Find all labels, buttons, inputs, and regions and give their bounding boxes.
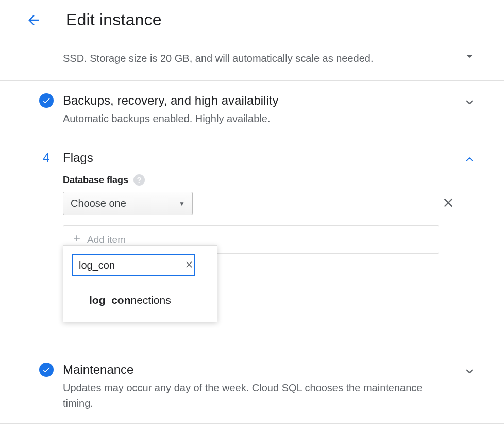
flag-dropdown-panel: log_connections (63, 245, 217, 322)
storage-desc: SSD. Storage size is 20 GB, and will aut… (63, 51, 424, 66)
check-icon (39, 93, 54, 108)
chevron-up-icon[interactable] (463, 153, 476, 168)
flag-search-input[interactable] (72, 254, 195, 276)
section-storage: SSD. Storage size is 20 GB, and will aut… (0, 45, 504, 81)
chevron-down-icon[interactable] (463, 365, 476, 380)
maintenance-desc: Updates may occur any day of the week. C… (63, 380, 424, 411)
chevron-down-icon[interactable] (463, 50, 476, 65)
check-icon (39, 363, 54, 377)
database-flags-label: Database flags ? (63, 174, 483, 186)
flag-option-log-connections[interactable]: log_connections (72, 291, 209, 314)
page-title: Edit instance (66, 10, 162, 29)
page-header: Edit instance (0, 0, 504, 45)
help-icon[interactable]: ? (133, 174, 145, 186)
step-number: 4 (39, 151, 54, 165)
flag-dropdown[interactable]: Choose one ▼ (63, 192, 193, 215)
remove-flag-button[interactable] (441, 195, 456, 212)
flags-title: Flags (63, 151, 483, 165)
chevron-down-icon[interactable] (463, 95, 476, 111)
clear-search-icon[interactable] (184, 259, 194, 272)
section-backups[interactable]: Backups, recovery, and high availability… (0, 81, 504, 138)
backups-title: Backups, recovery, and high availability (63, 93, 483, 108)
back-arrow-icon[interactable] (26, 12, 41, 28)
plus-icon (72, 233, 82, 246)
backups-desc: Automatic backups enabled. Highly availa… (63, 111, 424, 126)
section-maintenance[interactable]: Maintenance Updates may occur any day of… (0, 350, 504, 424)
dropdown-triangle-icon: ▼ (179, 200, 185, 207)
maintenance-title: Maintenance (63, 363, 483, 377)
content-area: SSD. Storage size is 20 GB, and will aut… (0, 45, 504, 424)
